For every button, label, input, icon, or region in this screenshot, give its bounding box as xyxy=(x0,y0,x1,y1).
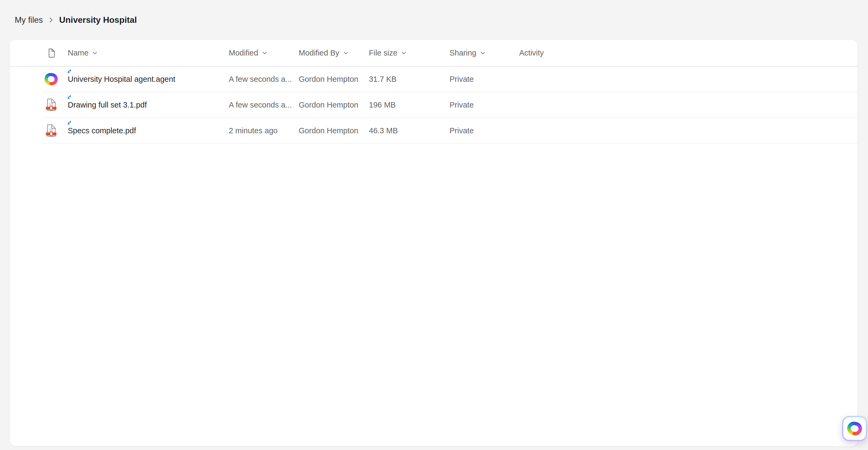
file-size-cell: 31.7 KB xyxy=(369,75,450,84)
column-header-name-label: Name xyxy=(68,49,88,57)
modified-by-cell: Gordon Hempton xyxy=(299,126,369,135)
column-header-modified[interactable]: Modified xyxy=(229,49,299,57)
chevron-down-icon xyxy=(93,52,97,54)
copilot-button[interactable] xyxy=(842,416,867,441)
breadcrumb-current-folder: University Hospital xyxy=(59,15,137,25)
modified-by-cell: Gordon Hempton xyxy=(299,75,369,84)
file-name-cell: Drawing full set 3.1.pdf xyxy=(68,92,229,117)
column-header-activity[interactable]: Activity xyxy=(519,49,857,57)
document-type-icon xyxy=(48,48,56,58)
file-name-link[interactable]: Specs complete.pdf xyxy=(68,126,136,135)
column-header-file-size[interactable]: File size xyxy=(369,49,450,57)
file-icon-cell xyxy=(42,66,68,92)
chevron-down-icon xyxy=(262,52,267,54)
pdf-file-icon xyxy=(44,98,58,112)
copilot-icon xyxy=(847,421,862,436)
copilot-button-inner xyxy=(843,417,866,440)
sharing-cell: Private xyxy=(450,101,519,109)
new-item-badge-icon xyxy=(68,69,72,77)
column-header-type[interactable] xyxy=(42,48,68,58)
column-header-file-size-label: File size xyxy=(369,49,397,57)
column-header-activity-label: Activity xyxy=(519,49,544,57)
chevron-down-icon xyxy=(480,52,485,54)
pdf-file-icon xyxy=(44,123,58,138)
breadcrumb-my-files[interactable]: My files xyxy=(15,15,43,25)
column-header-modified-by[interactable]: Modified By xyxy=(299,49,369,57)
sharing-cell: Private xyxy=(450,75,519,84)
file-list-card: Name Modified Modified By File size Shar… xyxy=(10,40,857,446)
file-name-cell: Specs complete.pdf xyxy=(68,118,229,143)
table-row[interactable]: University Hospital agent.agent A few se… xyxy=(42,66,857,92)
breadcrumb: My files University Hospital xyxy=(15,0,137,40)
chevron-right-icon xyxy=(49,17,53,23)
column-header-sharing[interactable]: Sharing xyxy=(450,49,519,57)
modified-cell: A few seconds a... xyxy=(229,75,299,84)
file-name-cell: University Hospital agent.agent xyxy=(68,66,229,92)
column-header-modified-by-label: Modified By xyxy=(299,49,339,57)
modified-cell: A few seconds a... xyxy=(229,101,299,109)
new-item-badge-icon xyxy=(68,120,72,128)
chevron-down-icon xyxy=(344,52,348,54)
column-header-name[interactable]: Name xyxy=(68,49,229,57)
file-icon-cell xyxy=(42,118,68,143)
file-name-link[interactable]: Drawing full set 3.1.pdf xyxy=(68,101,147,109)
file-name-link[interactable]: University Hospital agent.agent xyxy=(68,75,175,84)
table-header-row: Name Modified Modified By File size Shar… xyxy=(10,40,857,66)
table-row[interactable]: Specs complete.pdf 2 minutes ago Gordon … xyxy=(42,118,857,144)
modified-by-cell: Gordon Hempton xyxy=(299,101,369,109)
new-item-badge-icon xyxy=(68,95,72,102)
column-header-sharing-label: Sharing xyxy=(450,49,476,57)
sharing-cell: Private xyxy=(450,126,519,135)
modified-cell: 2 minutes ago xyxy=(229,126,299,135)
file-icon-cell xyxy=(42,92,68,117)
file-size-cell: 196 MB xyxy=(369,101,450,109)
column-header-modified-label: Modified xyxy=(229,49,258,57)
table-row[interactable]: Drawing full set 3.1.pdf A few seconds a… xyxy=(42,92,857,118)
file-size-cell: 46.3 MB xyxy=(369,126,450,135)
chevron-down-icon xyxy=(402,52,406,54)
copilot-agent-icon xyxy=(44,72,58,86)
